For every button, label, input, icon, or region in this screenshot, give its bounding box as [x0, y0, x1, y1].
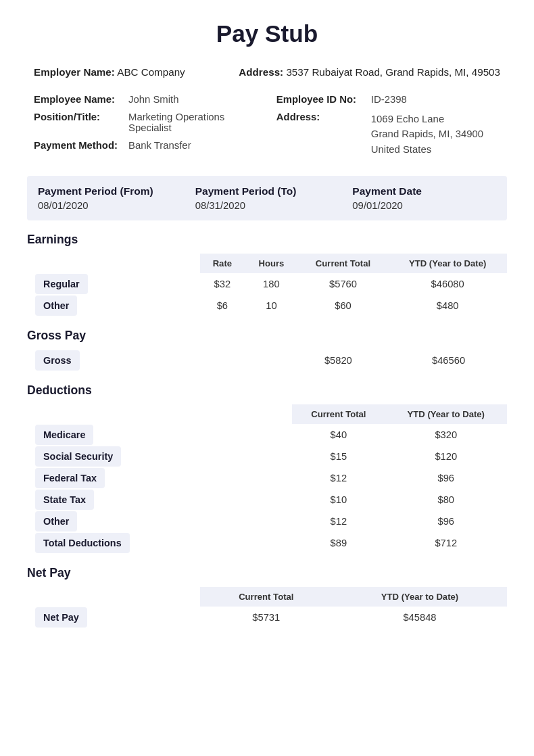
period-to-label: Payment Period (To)	[195, 185, 339, 197]
period-from-value: 08/01/2020	[38, 200, 182, 211]
deductions-row: Total Deductions $89 $712	[27, 532, 507, 554]
employee-id-label: Employee ID No:	[276, 94, 371, 105]
deductions-row-ytd: $96	[385, 511, 507, 532]
period-from-label: Payment Period (From)	[38, 185, 182, 197]
period-date-value: 09/01/2020	[352, 200, 496, 211]
employer-left: Employer Name: ABC Company	[34, 66, 185, 78]
employee-name-row: Employee Name: John Smith	[34, 94, 258, 105]
page-title: Pay Stub	[27, 20, 507, 47]
employer-name-value: ABC Company	[117, 66, 185, 78]
earnings-row: Regular $32 180 $5760 $46080	[27, 273, 507, 295]
period-from-col: Payment Period (From) 08/01/2020	[38, 185, 182, 211]
deductions-row: Social Security $15 $120	[27, 446, 507, 467]
net-pay-label: Net Pay	[35, 607, 87, 628]
deductions-row-current: $40	[292, 424, 385, 446]
payment-method-label: Payment Method:	[34, 140, 128, 151]
netpay-col-empty	[27, 587, 200, 607]
earnings-col-empty	[27, 254, 200, 273]
earnings-col-current: Current Total	[298, 254, 389, 273]
employee-right: Employee ID No: ID-2398 Address: 1069 Ec…	[276, 94, 500, 164]
gross-current: $5820	[287, 350, 391, 371]
earnings-row-ytd: $46080	[388, 273, 507, 295]
deductions-row: Medicare $40 $320	[27, 424, 507, 446]
position-row: Position/Title: Marketing Operations Spe…	[34, 112, 258, 133]
employee-id-row: Employee ID No: ID-2398	[276, 94, 500, 105]
earnings-col-ytd: YTD (Year to Date)	[388, 254, 507, 273]
gross-label: Gross	[35, 350, 80, 371]
gross-pay-title: Gross Pay	[27, 329, 507, 343]
employer-section: Employer Name: ABC Company Address: 3537…	[27, 66, 507, 78]
employee-address-label: Address:	[276, 112, 371, 157]
deductions-row-label: Federal Tax	[35, 468, 105, 488]
payment-period-section: Payment Period (From) 08/01/2020 Payment…	[27, 176, 507, 220]
employee-section: Employee Name: John Smith Position/Title…	[27, 94, 507, 164]
earnings-row-ytd: $480	[388, 295, 507, 316]
net-pay-ytd: $45848	[333, 607, 507, 628]
gross-row: Gross $5820 $46560	[27, 350, 507, 371]
deductions-row-label: Other	[35, 511, 77, 531]
gross-pay-table: Gross $5820 $46560	[27, 350, 507, 371]
earnings-table: Rate Hours Current Total YTD (Year to Da…	[27, 254, 507, 316]
earnings-row-hours: 180	[245, 273, 298, 295]
earnings-row-label: Regular	[35, 274, 88, 294]
deductions-row: Other $12 $96	[27, 511, 507, 532]
position-value: Marketing Operations Specialist	[128, 112, 258, 133]
employer-address-value: 3537 Rubaiyat Road, Grand Rapids, MI, 49…	[286, 66, 500, 78]
netpay-col-ytd: YTD (Year to Date)	[333, 587, 507, 607]
deductions-row: Federal Tax $12 $96	[27, 467, 507, 489]
period-to-col: Payment Period (To) 08/31/2020	[195, 185, 339, 211]
earnings-title: Earnings	[27, 233, 507, 247]
deductions-row-label: Social Security	[35, 446, 121, 467]
net-pay-row: Net Pay $5731 $45848	[27, 607, 507, 628]
deductions-table: Current Total YTD (Year to Date) Medicar…	[27, 404, 507, 554]
earnings-row-label: Other	[35, 296, 77, 316]
net-pay-title: Net Pay	[27, 566, 507, 580]
payment-method-row: Payment Method: Bank Transfer	[34, 140, 258, 151]
period-date-col: Payment Date 09/01/2020	[352, 185, 496, 211]
employee-name-value: John Smith	[128, 94, 178, 105]
deductions-row-current: $10	[292, 489, 385, 511]
deductions-row-label: Total Deductions	[35, 533, 130, 553]
employee-name-label: Employee Name:	[34, 94, 128, 105]
deductions-row-current: $15	[292, 446, 385, 467]
deductions-row-current: $89	[292, 532, 385, 554]
earnings-col-hours: Hours	[245, 254, 298, 273]
deductions-row-label: State Tax	[35, 490, 94, 510]
deductions-row-ytd: $80	[385, 489, 507, 511]
employer-right: Address: 3537 Rubaiyat Road, Grand Rapid…	[239, 66, 500, 78]
employer-address-label: Address:	[239, 66, 283, 78]
deductions-row-ytd: $712	[385, 532, 507, 554]
earnings-col-rate: Rate	[200, 254, 245, 273]
earnings-row-hours: 10	[245, 295, 298, 316]
employee-left: Employee Name: John Smith Position/Title…	[34, 94, 258, 164]
period-to-value: 08/31/2020	[195, 200, 339, 211]
deductions-col-spacer	[200, 404, 293, 424]
deductions-row-label: Medicare	[35, 425, 93, 445]
deductions-title: Deductions	[27, 383, 507, 398]
deductions-col-empty	[27, 404, 200, 424]
deductions-col-ytd: YTD (Year to Date)	[385, 404, 507, 424]
deductions-row-current: $12	[292, 467, 385, 489]
gross-ytd: $46560	[390, 350, 507, 371]
netpay-col-current: Current Total	[200, 587, 333, 607]
earnings-row-rate: $32	[200, 273, 245, 295]
deductions-col-current: Current Total	[292, 404, 385, 424]
earnings-row-rate: $6	[200, 295, 245, 316]
position-label: Position/Title:	[34, 112, 128, 133]
employer-name-label: Employer Name:	[34, 66, 115, 78]
deductions-row-ytd: $320	[385, 424, 507, 446]
net-pay-table: Current Total YTD (Year to Date) Net Pay…	[27, 587, 507, 628]
employee-address-value: 1069 Echo Lane Grand Rapids, MI, 34900 U…	[371, 112, 483, 157]
net-pay-current: $5731	[200, 607, 333, 628]
deductions-row: State Tax $10 $80	[27, 489, 507, 511]
employee-address-row: Address: 1069 Echo Lane Grand Rapids, MI…	[276, 112, 500, 157]
payment-method-value: Bank Transfer	[128, 140, 191, 151]
period-date-label: Payment Date	[352, 185, 496, 197]
earnings-row-current: $60	[298, 295, 389, 316]
earnings-row-current: $5760	[298, 273, 389, 295]
deductions-row-ytd: $96	[385, 467, 507, 489]
employee-id-value: ID-2398	[371, 94, 407, 105]
earnings-row: Other $6 10 $60 $480	[27, 295, 507, 316]
deductions-row-ytd: $120	[385, 446, 507, 467]
deductions-row-current: $12	[292, 511, 385, 532]
